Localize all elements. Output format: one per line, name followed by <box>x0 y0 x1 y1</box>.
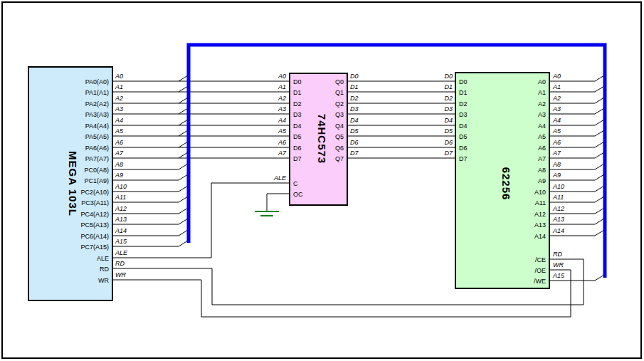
pin-sram62256-D4: D4 <box>459 122 468 130</box>
pin-mega103l-ALE: ALE <box>97 255 109 262</box>
pin-mega103l-RD: RD <box>100 266 109 273</box>
net-label-latch-in-A4: A4 <box>278 117 286 124</box>
pin-mega103l-PA1(A1): PA1(A1) <box>85 89 109 96</box>
net-label-ram-in-D3: D3 <box>444 105 453 113</box>
pin-sram62256-A1: A1 <box>538 89 546 96</box>
pin-mega103l-PA2(A2): PA2(A2) <box>85 100 109 108</box>
pin-mega103l-PA6(A6): PA6(A6) <box>85 145 109 152</box>
net-label-latch-in-A6: A6 <box>278 139 286 146</box>
net-label-mega-A9: A9 <box>115 172 123 179</box>
pin-sram62256-A4: A4 <box>538 122 546 130</box>
schematic-svg: MEGA 103LPA0(A0)PA1(A1)PA2(A2)PA3(A3)PA4… <box>0 0 644 361</box>
pin-sram62256-D1: D1 <box>459 89 468 96</box>
pin-sram62256-A8: A8 <box>538 167 546 174</box>
pin-latch74hc573-Q3: Q3 <box>335 111 344 118</box>
net-label-mega-A4: A4 <box>115 117 123 124</box>
pin-mega103l-PC3(A11): PC3(A11) <box>81 199 109 206</box>
net-label-latch-out-D0: D0 <box>350 73 359 80</box>
pin-sram62256-D7: D7 <box>459 155 468 162</box>
net-label-latch-in-A0: A0 <box>278 73 286 80</box>
net-label-ram-addr-A5: A5 <box>552 127 561 135</box>
net-label-mega-A6: A6 <box>115 139 123 146</box>
pin-latch74hc573-D1: D1 <box>293 89 302 96</box>
net-label-ram-addr-A0: A0 <box>552 73 561 80</box>
pin-mega103l-PC7(A15): PC7(A15) <box>80 244 109 251</box>
net-label-ram-addr-A10: A10 <box>552 183 564 190</box>
net-label-latch-out-D6: D6 <box>350 139 359 146</box>
net-label-mega-A13: A13 <box>115 216 127 223</box>
pin-sram62256-D0: D0 <box>459 78 468 85</box>
net-label-mega-A15: A15 <box>115 238 127 245</box>
net-label-mega-A0: A0 <box>115 73 123 80</box>
net-label-ram-addr-RD: RD <box>553 251 562 258</box>
net-label-latch-in-A5: A5 <box>278 127 287 135</box>
pin-sram62256-A5: A5 <box>538 133 546 140</box>
net-label-mega-A7: A7 <box>115 150 124 157</box>
net-label-ram-addr-A14: A14 <box>552 227 564 234</box>
net-label-ram-in-D7: D7 <box>444 150 453 157</box>
pin-sram62256-A6: A6 <box>538 145 546 152</box>
chip-label-latch74hc573: 74HC573 <box>316 114 328 164</box>
pin-sram62256-A2: A2 <box>538 100 546 108</box>
pin-sram62256-A0: A0 <box>538 78 546 85</box>
net-label-latch-in-A3: A3 <box>278 105 286 113</box>
net-label-mega-A5: A5 <box>115 127 124 135</box>
net-label-mega-A8: A8 <box>115 161 123 168</box>
pin-latch74hc573-Q4: Q4 <box>335 122 344 130</box>
net-label-ram-in-D1: D1 <box>444 83 453 90</box>
pin-latch74hc573-Q0: Q0 <box>335 78 344 85</box>
net-label-mega-A1: A1 <box>115 83 123 90</box>
pin-latch74hc573-Q2: Q2 <box>335 100 344 108</box>
net-label-latch-in-A1: A1 <box>278 83 286 90</box>
net-label-mega-A14: A14 <box>115 227 127 234</box>
net-label-ram-addr-A15: A15 <box>552 272 565 279</box>
pin-sram62256-A9: A9 <box>538 177 546 184</box>
net-label-latch-out-D4: D4 <box>350 117 359 124</box>
pin-mega103l-PA7(A7): PA7(A7) <box>85 155 109 162</box>
net-label-ram-addr-A8: A8 <box>552 161 561 168</box>
net-label-ram-addr-A3: A3 <box>552 105 561 113</box>
net-label-ram-in-D6: D6 <box>444 139 453 146</box>
net-label-ram-addr-A2: A2 <box>552 95 561 102</box>
pin-latch74hc573-D4: D4 <box>293 122 302 130</box>
pin-mega103l-PA4(A4): PA4(A4) <box>85 122 109 130</box>
net-label-latch-out-D7: D7 <box>350 150 359 157</box>
net-label-ram-addr-A9: A9 <box>552 172 561 179</box>
net-label-mega-A2: A2 <box>115 95 123 102</box>
net-label-latch-out-D3: D3 <box>350 105 359 113</box>
pin-mega103l-PC0(A8): PC0(A8) <box>84 167 109 174</box>
pin-sram62256-nCE: /CE <box>535 256 546 263</box>
net-label-ram-addr-A4: A4 <box>552 117 561 124</box>
net-label-ram-in-D4: D4 <box>444 117 453 124</box>
pin-mega103l-WR: WR <box>98 277 109 284</box>
net-label-latch-out-D5: D5 <box>350 127 359 135</box>
pin-latch74hc573-OC: OC <box>293 191 303 198</box>
chip-label-mega103l: MEGA 103L <box>67 151 79 216</box>
pin-mega103l-PA5(A5): PA5(A5) <box>85 133 109 140</box>
pin-sram62256-A3: A3 <box>538 111 546 118</box>
net-label-latch-in-A2: A2 <box>278 95 286 102</box>
pin-sram62256-D3: D3 <box>459 111 468 118</box>
net-label-ram-addr-A13: A13 <box>552 216 564 223</box>
net-label-ram-addr-A6: A6 <box>552 139 561 146</box>
net-label-latch-out-D2: D2 <box>350 95 359 102</box>
net-label-ram-addr-A11: A11 <box>552 194 564 201</box>
net-label-ram-addr-A1: A1 <box>552 83 561 90</box>
net-label-ram-in-D2: D2 <box>444 95 453 102</box>
pin-sram62256-nOE: /OE <box>534 267 546 274</box>
pin-latch74hc573-D3: D3 <box>293 111 302 118</box>
net-label-ram-addr-WR: WR <box>553 261 564 268</box>
net-label-ram-in-D0: D0 <box>444 73 453 80</box>
net-label-ram-addr-A12: A12 <box>552 205 564 212</box>
pin-sram62256-D2: D2 <box>459 100 468 108</box>
pin-mega103l-PC6(A14): PC6(A14) <box>80 233 109 240</box>
pin-mega103l-PC2(A10): PC2(A10) <box>80 189 109 196</box>
pin-mega103l-PA0(A0): PA0(A0) <box>85 78 109 85</box>
pin-latch74hc573-Q1: Q1 <box>335 89 344 96</box>
pin-latch74hc573-C: C <box>293 180 298 187</box>
pin-mega103l-PA3(A3): PA3(A3) <box>85 111 109 118</box>
pin-latch74hc573-D0: D0 <box>293 78 302 85</box>
net-label-mega-RD: RD <box>115 260 125 267</box>
net-label-ram-in-D5: D5 <box>444 127 453 135</box>
pin-sram62256-A10: A10 <box>534 189 546 196</box>
